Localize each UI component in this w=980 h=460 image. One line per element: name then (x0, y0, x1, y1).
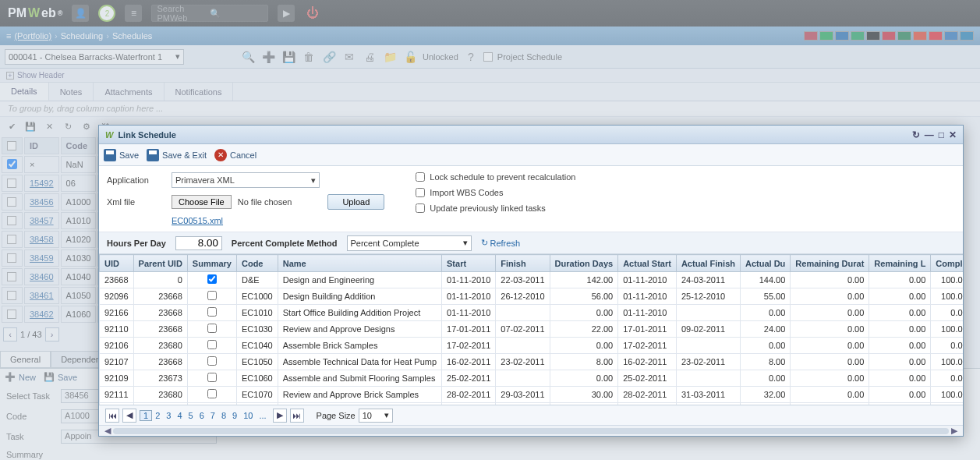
summary-checkbox[interactable] (207, 356, 217, 366)
table-row[interactable]: 236680D&EDesign and Engineering01-11-201… (100, 272, 964, 288)
xmlfile-label: Xml file (107, 197, 165, 207)
summary-checkbox[interactable] (207, 373, 217, 382)
no-file-label: No file chosen (238, 197, 292, 207)
cancel-button[interactable]: ✕Cancel (214, 149, 256, 161)
column-header[interactable]: Name (278, 255, 441, 272)
save-button[interactable]: Save (104, 149, 139, 161)
column-header[interactable]: Actual Finish (676, 255, 740, 272)
table-row[interactable]: 9209623668EC1000Design Building Addition… (100, 288, 964, 305)
scroll-left-icon[interactable]: ◀ (102, 426, 113, 436)
pager-first[interactable]: ⏮ (105, 409, 119, 423)
pager-last[interactable]: ⏭ (290, 409, 304, 423)
column-header[interactable]: Remaining L (869, 255, 931, 272)
link-schedule-dialog: W Link Schedule ↻ — □ ✕ Save Save & Exit… (98, 125, 964, 437)
dialog-form: Application Primavera XML▾ Xml file Choo… (99, 166, 963, 232)
refresh-button[interactable]: ↻Refresh (481, 238, 521, 248)
page-number[interactable]: ... (256, 411, 269, 420)
table-row[interactable]: 9211023668EC1030Review and Approve Desig… (100, 321, 964, 338)
scroll-track[interactable] (113, 428, 949, 434)
dialog-title: Link Schedule (118, 130, 176, 140)
column-header[interactable]: UID (100, 255, 134, 272)
table-row[interactable]: 9210723668EC1050Assemble Technical Data … (100, 354, 964, 370)
page-number[interactable]: 3 (163, 411, 174, 420)
save-exit-button[interactable]: Save & Exit (147, 149, 207, 161)
refresh-window-icon[interactable]: ↻ (912, 129, 920, 140)
chevron-down-icon: ▾ (384, 410, 389, 420)
table-row[interactable]: 9210623680EC1040Assemble Brick Samples17… (100, 338, 964, 354)
refresh-icon: ↻ (481, 238, 488, 248)
column-header[interactable]: Actual Start (618, 255, 677, 272)
table-row[interactable]: 9211123680EC1070Review and Approve Brick… (100, 387, 964, 403)
hours-per-day-label: Hours Per Day (107, 239, 166, 248)
app-small-icon: W (105, 130, 113, 140)
choose-file-button[interactable]: Choose File (172, 195, 232, 209)
summary-checkbox[interactable] (207, 340, 217, 349)
column-header[interactable]: Summary (187, 255, 236, 272)
import-wbs-checkbox[interactable] (416, 188, 425, 197)
summary-checkbox[interactable] (207, 291, 217, 300)
chevron-down-icon: ▾ (463, 238, 468, 248)
page-number[interactable]: 8 (218, 411, 229, 420)
cancel-icon: ✕ (214, 149, 227, 161)
column-header[interactable]: Start (442, 255, 496, 272)
dialog-titlebar: W Link Schedule ↻ — □ ✕ (99, 126, 963, 144)
disk-exit-icon (147, 149, 159, 161)
hours-per-day-input[interactable] (175, 236, 222, 250)
page-number[interactable]: 6 (196, 411, 207, 420)
column-header[interactable]: Duration Days (550, 255, 618, 272)
grid-pager: ⏮ ◀ 12345678910... ▶ ⏭ Page Size 10▾ (99, 405, 963, 425)
column-header[interactable]: Complete (931, 255, 963, 272)
summary-checkbox[interactable] (207, 324, 217, 333)
dialog-toolbar: Save Save & Exit ✕Cancel (99, 144, 963, 166)
dialog-params: Hours Per Day Percent Complete Method Pe… (99, 232, 963, 254)
maximize-icon[interactable]: □ (939, 129, 944, 140)
page-number[interactable]: 2 (152, 411, 163, 420)
table-row[interactable]: 9216623668EC1010Start Office Building Ad… (100, 305, 964, 321)
close-icon[interactable]: ✕ (949, 129, 957, 140)
column-header[interactable]: Code (236, 255, 278, 272)
pct-method-select[interactable]: Percent Complete▾ (347, 235, 472, 251)
column-header[interactable]: Actual Du (740, 255, 790, 272)
summary-checkbox[interactable] (207, 274, 217, 284)
disk-icon (104, 149, 116, 161)
scroll-right-icon[interactable]: ▶ (949, 426, 960, 436)
page-number[interactable]: 5 (186, 411, 196, 420)
application-select[interactable]: Primavera XML▾ (172, 172, 320, 188)
page-number[interactable]: 1 (140, 410, 152, 421)
table-row[interactable]: 9210923673EC1060Assemble and Submit Floo… (100, 370, 964, 387)
upload-button[interactable]: Upload (327, 194, 384, 210)
pager-next[interactable]: ▶ (273, 409, 287, 423)
summary-checkbox[interactable] (207, 307, 217, 317)
page-size-label: Page Size (317, 411, 356, 420)
uploaded-file-link[interactable]: EC00515.xml (172, 216, 384, 225)
page-number[interactable]: 7 (207, 411, 218, 420)
summary-checkbox[interactable] (207, 389, 217, 398)
pct-method-label: Percent Complete Method (232, 239, 338, 248)
lock-schedule-checkbox[interactable] (416, 172, 425, 182)
chevron-down-icon: ▾ (311, 175, 316, 186)
column-header[interactable]: Parent UID (133, 255, 187, 272)
column-header[interactable]: Remaining Durat (791, 255, 869, 272)
schedule-grid: UIDParent UIDSummaryCodeNameStartFinishD… (99, 254, 963, 405)
application-label: Application (107, 175, 165, 185)
page-number[interactable]: 4 (174, 411, 185, 420)
schedule-grid-wrapper: UIDParent UIDSummaryCodeNameStartFinishD… (99, 254, 963, 405)
horizontal-scrollbar[interactable]: ◀ ▶ (99, 425, 963, 436)
page-number[interactable]: 9 (229, 411, 240, 420)
column-header[interactable]: Finish (496, 255, 550, 272)
page-number[interactable]: 10 (240, 411, 256, 420)
pager-prev[interactable]: ◀ (122, 409, 136, 423)
update-linked-checkbox[interactable] (416, 203, 425, 213)
minimize-icon[interactable]: — (925, 129, 934, 140)
page-size-select[interactable]: 10▾ (359, 409, 393, 423)
